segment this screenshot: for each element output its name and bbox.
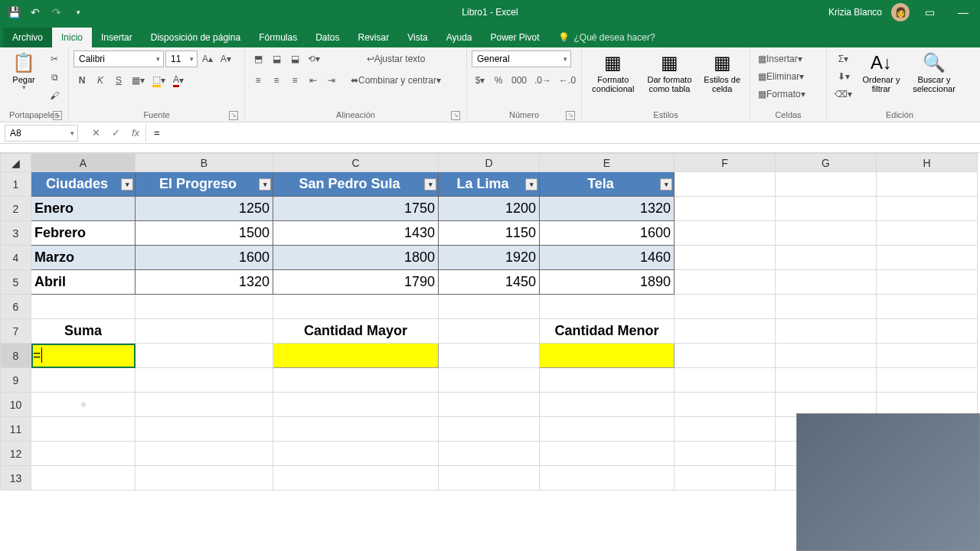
cell-F10[interactable] (675, 393, 776, 417)
clear-icon[interactable]: ⌫▾ (831, 86, 855, 103)
cell-C6[interactable] (273, 295, 439, 319)
row-header-2[interactable]: 2 (1, 197, 31, 221)
cell-H6[interactable] (877, 295, 978, 319)
clipboard-dialog-icon[interactable]: ↘ (53, 111, 62, 120)
bold-button[interactable]: N (74, 72, 90, 89)
cell-F4[interactable] (675, 246, 776, 270)
cell-E11[interactable] (540, 417, 675, 442)
cell-B8[interactable] (136, 344, 273, 368)
undo-icon[interactable]: ↶ (26, 3, 44, 21)
qat-customize-icon[interactable]: ▾ (69, 3, 87, 21)
avatar[interactable]: 👩 (891, 3, 910, 21)
cell-C5[interactable]: 1790 (273, 270, 439, 295)
cell-G2[interactable] (776, 197, 877, 221)
cell-B12[interactable] (136, 442, 273, 466)
cell-A5[interactable]: Abril (31, 270, 136, 295)
cell-F12[interactable] (675, 442, 776, 466)
cell-B1[interactable]: El Progreso▾ (136, 172, 273, 197)
cell-E12[interactable] (540, 442, 675, 466)
cell-A7[interactable]: Suma (31, 319, 136, 344)
cell-A3[interactable]: Febrero (31, 221, 136, 246)
cell-C1[interactable]: San Pedro Sula▾ (273, 172, 439, 197)
tab-powerpivot[interactable]: Power Pivot (481, 28, 548, 47)
cell-D12[interactable] (439, 442, 540, 466)
font-size-combo[interactable]: 11 (165, 51, 198, 67)
user-name[interactable]: Krizia Blanco (828, 7, 882, 18)
tab-vista[interactable]: Vista (398, 28, 436, 47)
accounting-format-icon[interactable]: $▾ (472, 72, 488, 89)
cell-F3[interactable] (675, 221, 776, 246)
cell-A13[interactable] (31, 466, 136, 491)
row-header-3[interactable]: 3 (1, 221, 31, 246)
cell-H9[interactable] (877, 368, 978, 393)
cell-G9[interactable] (776, 368, 877, 393)
tab-formulas[interactable]: Fórmulas (250, 28, 306, 47)
cell-A8[interactable]: = (31, 344, 136, 368)
col-header-E[interactable]: E (540, 154, 675, 172)
cell-F5[interactable] (675, 270, 776, 295)
decrease-decimal-icon[interactable]: ←.0 (556, 72, 579, 89)
cell-D4[interactable]: 1920 (439, 246, 540, 270)
number-dialog-icon[interactable]: ↘ (566, 111, 575, 120)
paste-button[interactable]: 📋 Pegar ▾ (5, 51, 43, 92)
cell-H7[interactable] (877, 319, 978, 344)
cell-A4[interactable]: Marzo (31, 246, 136, 270)
alignment-dialog-icon[interactable]: ↘ (451, 111, 460, 120)
sort-filter-button[interactable]: A↓Ordenar y filtrar (858, 51, 904, 93)
cell-D7[interactable] (439, 319, 540, 344)
cell-C13[interactable] (273, 466, 439, 491)
row-header-9[interactable]: 9 (1, 368, 31, 393)
font-name-combo[interactable]: Calibri (74, 51, 164, 67)
cell-C4[interactable]: 1800 (273, 246, 439, 270)
cell-E6[interactable] (540, 295, 675, 319)
cell-G1[interactable] (776, 172, 877, 197)
italic-button[interactable]: K (92, 72, 109, 89)
align-bottom-icon[interactable]: ⬓ (286, 51, 303, 67)
cell-B5[interactable]: 1320 (136, 270, 273, 295)
row-header-12[interactable]: 12 (1, 442, 31, 466)
cell-F6[interactable] (675, 295, 776, 319)
decrease-font-icon[interactable]: A▾ (217, 51, 234, 67)
comma-format-icon[interactable]: 000 (508, 72, 530, 89)
fx-icon[interactable]: fx (126, 125, 145, 142)
filter-icon[interactable]: ▾ (121, 178, 133, 191)
cell-D1[interactable]: La Lima▾ (439, 172, 540, 197)
row-header-7[interactable]: 7 (1, 319, 31, 344)
cell-A2[interactable]: Enero (31, 197, 136, 221)
cell-D2[interactable]: 1200 (439, 197, 540, 221)
cell-E2[interactable]: 1320 (540, 197, 675, 221)
cell-H1[interactable] (877, 172, 978, 197)
increase-font-icon[interactable]: A▴ (199, 51, 216, 67)
underline-button[interactable]: S (110, 72, 127, 89)
cell-C7[interactable]: Cantidad Mayor (273, 319, 439, 344)
row-header-11[interactable]: 11 (1, 417, 31, 442)
cell-C3[interactable]: 1430 (273, 221, 439, 246)
cell-A10[interactable]: ✧ (31, 393, 136, 417)
col-header-B[interactable]: B (136, 154, 273, 172)
filter-icon[interactable]: ▾ (660, 178, 672, 191)
cell-G8[interactable] (776, 344, 877, 368)
cell-C10[interactable] (273, 393, 439, 417)
cell-C9[interactable] (273, 368, 439, 393)
filter-icon[interactable]: ▾ (259, 178, 271, 191)
cell-E7[interactable]: Cantidad Menor (540, 319, 675, 344)
row-header-4[interactable]: 4 (1, 246, 31, 270)
cell-D13[interactable] (439, 466, 540, 491)
cell-G5[interactable] (776, 270, 877, 295)
tell-me[interactable]: 💡¿Qué desea hacer? (549, 28, 665, 47)
cell-D3[interactable]: 1150 (439, 221, 540, 246)
cell-C8[interactable] (273, 344, 439, 368)
cell-A6[interactable] (31, 295, 136, 319)
save-icon[interactable]: 💾 (5, 3, 23, 21)
cell-H4[interactable] (877, 246, 978, 270)
font-color-icon[interactable]: A▾ (170, 72, 187, 89)
cell-G4[interactable] (776, 246, 877, 270)
borders-icon[interactable]: ▦▾ (129, 72, 148, 89)
delete-cells-button[interactable]: ▦ Eliminar ▾ (755, 68, 807, 85)
conditional-format-button[interactable]: ▦Formato condicional (586, 51, 640, 93)
tab-revisar[interactable]: Revisar (349, 28, 399, 47)
font-dialog-icon[interactable]: ↘ (229, 111, 238, 120)
cell-F2[interactable] (675, 197, 776, 221)
align-right-icon[interactable]: ≡ (286, 72, 303, 89)
row-header-8[interactable]: 8 (1, 344, 31, 368)
